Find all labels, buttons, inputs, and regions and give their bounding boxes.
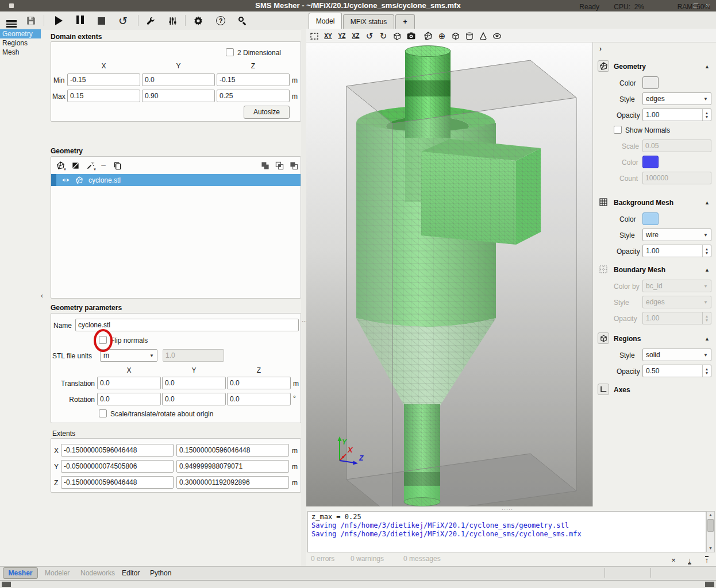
zmax-input[interactable]: [217, 90, 290, 102]
spin-arrows[interactable]: ▲▼: [702, 365, 711, 377]
vis-regions-title[interactable]: Regions: [614, 335, 641, 343]
scrollbar-right-cap[interactable]: [705, 582, 714, 587]
clear-console-button[interactable]: ×: [669, 556, 678, 564]
stl-units-dropdown[interactable]: m▼: [100, 349, 157, 362]
toggle-mesh-button[interactable]: ⊕: [436, 30, 448, 41]
xmax-input[interactable]: [67, 90, 140, 102]
geometry-color-swatch[interactable]: [642, 76, 659, 89]
geometry-list-item-cyclone[interactable]: cyclone.stl: [51, 174, 301, 186]
mode-mesher-button[interactable]: Mesher: [3, 567, 38, 579]
scrollbar-thumb[interactable]: [707, 519, 714, 532]
two-dimensional-checkbox[interactable]: [226, 48, 234, 56]
translation-y-input[interactable]: [162, 377, 226, 389]
parameters-button[interactable]: [165, 14, 179, 28]
toggle-geometry-button[interactable]: [422, 30, 434, 41]
wizard-button[interactable]: ▼: [84, 159, 97, 172]
add-cone-button[interactable]: [478, 30, 489, 41]
geometry-opacity-spinbox[interactable]: 1.00▲▼: [642, 109, 711, 121]
spin-arrows[interactable]: ▲▼: [702, 245, 711, 257]
rotation-z-input[interactable]: [227, 393, 291, 405]
spin-arrows[interactable]: ▲▼: [702, 109, 711, 121]
scroll-up-button[interactable]: ▲: [707, 512, 714, 519]
zmin-input[interactable]: [217, 74, 290, 86]
add-torus-button[interactable]: [491, 30, 503, 41]
help-button[interactable]: ?: [214, 14, 228, 28]
toggle-box-button[interactable]: [450, 30, 461, 41]
pause-button[interactable]: [73, 14, 87, 28]
sidebar-item-mesh[interactable]: Mesh: [0, 48, 41, 57]
regions-opacity-spinbox[interactable]: 0.50▲▼: [642, 365, 711, 377]
about-origin-checkbox[interactable]: [99, 409, 107, 417]
background-mesh-color-swatch[interactable]: [642, 212, 659, 225]
panel-splitter[interactable]: ⋮: [301, 29, 306, 566]
extent-x-max-input[interactable]: [176, 444, 289, 457]
mode-editor-button[interactable]: Editor: [122, 569, 140, 577]
tab-add[interactable]: +: [395, 14, 415, 29]
viewport-3d[interactable]: Y X Z: [306, 42, 593, 506]
run-button[interactable]: [52, 14, 66, 28]
reset-button[interactable]: ↺: [116, 14, 130, 28]
background-mesh-icon[interactable]: [598, 196, 609, 208]
extent-y-min-input[interactable]: [61, 460, 174, 473]
settings-button[interactable]: [191, 14, 205, 28]
save-button[interactable]: [24, 14, 38, 28]
boolean-difference-button[interactable]: [287, 159, 300, 172]
build-button[interactable]: [144, 14, 157, 28]
tab-mfix-status[interactable]: MFiX status: [343, 14, 394, 29]
autosize-button[interactable]: Autosize: [244, 106, 290, 119]
view-xz-button[interactable]: XZ: [350, 30, 361, 41]
xmin-input[interactable]: [67, 74, 140, 86]
add-cylinder-button[interactable]: [464, 30, 475, 41]
menu-button[interactable]: [5, 14, 18, 28]
search-button[interactable]: [236, 14, 249, 28]
extent-z-min-input[interactable]: [61, 476, 174, 489]
vis-boundary-mesh-title[interactable]: Boundary Mesh: [614, 266, 665, 274]
mode-python-button[interactable]: Python: [150, 569, 171, 577]
normals-color-swatch[interactable]: [642, 156, 659, 168]
perspective-button[interactable]: [391, 30, 403, 41]
name-input[interactable]: [75, 319, 299, 331]
rotate-right-button[interactable]: ↻: [378, 30, 389, 41]
tab-model[interactable]: Model: [309, 13, 342, 29]
regions-style-dropdown[interactable]: solid▼: [642, 349, 711, 361]
screenshot-button[interactable]: [405, 30, 417, 41]
collapse-panel-arrow[interactable]: ›: [599, 45, 602, 53]
titlebar[interactable]: SMS Mesher - ~/MFiX/20.1/cyclone_sms/cyc…: [0, 0, 716, 11]
boolean-union-button[interactable]: [259, 159, 271, 172]
scroll-to-bottom-button[interactable]: ↓: [685, 556, 694, 564]
rotation-x-input[interactable]: [97, 393, 161, 405]
add-primitive-button[interactable]: [69, 159, 82, 172]
add-geometry-button[interactable]: ▼: [54, 159, 67, 172]
stop-button[interactable]: [94, 14, 108, 28]
view-xy-button[interactable]: XY: [322, 30, 334, 41]
background-mesh-style-dropdown[interactable]: wire▼: [642, 229, 711, 241]
visibility-eye-icon[interactable]: [61, 176, 70, 184]
console-scrollbar[interactable]: ▲ ▼: [706, 511, 715, 552]
regions-section-icon[interactable]: [598, 332, 609, 344]
scroll-to-top-button[interactable]: ↑: [702, 556, 711, 564]
sidebar-item-geometry[interactable]: Geometry: [0, 29, 41, 38]
console-output[interactable]: z_max = 0.25 Saving /nfs/home/3/dietikej…: [307, 511, 706, 552]
extent-z-max-input[interactable]: [176, 476, 289, 489]
rotate-left-button[interactable]: ↺: [364, 30, 375, 41]
collapse-icon[interactable]: ▲: [705, 200, 710, 206]
vis-geometry-title[interactable]: Geometry: [614, 63, 646, 71]
sidebar-item-regions[interactable]: Regions: [0, 38, 41, 48]
vis-axes-title[interactable]: Axes: [614, 386, 630, 394]
remove-geometry-button[interactable]: −: [97, 159, 110, 172]
bottom-scrollbar[interactable]: [0, 580, 716, 588]
collapse-icon[interactable]: ▲: [705, 336, 710, 342]
panel-collapse-arrow[interactable]: ‹: [41, 292, 43, 300]
view-yz-button[interactable]: YZ: [336, 30, 348, 41]
geometry-style-dropdown[interactable]: edges▼: [642, 92, 711, 105]
copy-geometry-button[interactable]: [111, 159, 124, 172]
collapse-icon[interactable]: ▲: [705, 64, 710, 69]
collapse-icon[interactable]: ▲: [705, 267, 710, 273]
scroll-down-button[interactable]: ▼: [707, 545, 714, 552]
show-normals-checkbox[interactable]: [614, 126, 622, 134]
vis-background-mesh-title[interactable]: Background Mesh: [614, 199, 673, 207]
extent-y-max-input[interactable]: [176, 460, 289, 473]
translation-x-input[interactable]: [97, 377, 161, 389]
scrollbar-left-cap[interactable]: [2, 582, 11, 587]
translation-z-input[interactable]: [227, 377, 291, 389]
